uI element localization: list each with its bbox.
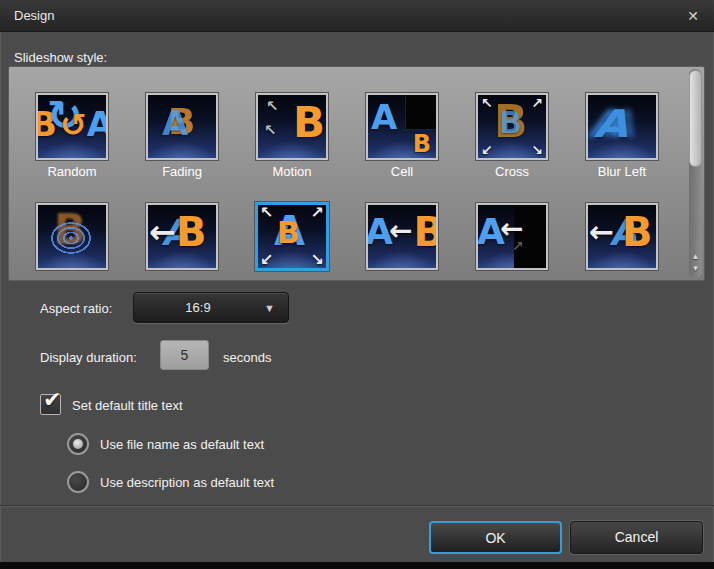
style-thumb-blur-left[interactable]: A — [586, 93, 658, 160]
aspect-ratio-value: 16:9 — [134, 293, 262, 322]
wipe-left-style-image: A ← ↗ — [478, 205, 546, 268]
slideshow-style-panel: B ↻ ↺ A B A ↖ ↖ B A B — [8, 66, 705, 281]
style-label-cell: Cell — [347, 164, 457, 179]
close-icon[interactable]: ✕ — [682, 5, 704, 27]
style-thumb-selected-zoom[interactable]: ↖ ↗ ↙ ↘ A B — [255, 202, 329, 271]
style-thumb-row2-push-left[interactable]: A B ← — [146, 203, 218, 270]
style-label-random: Random — [17, 164, 127, 179]
style-thumb-row2-ripple[interactable]: B — [36, 203, 108, 270]
display-duration-label: Display duration: — [40, 350, 137, 365]
style-thumb-fading[interactable]: B A — [146, 93, 218, 160]
scrollbar-thumb[interactable] — [689, 70, 702, 167]
style-label-fading: Fading — [127, 164, 237, 179]
style-label-cross: Cross — [457, 164, 567, 179]
style-thumb-row2-move-left[interactable]: A B ← — [586, 203, 658, 270]
set-default-title-checkbox[interactable]: ✔ — [40, 394, 61, 415]
style-thumb-motion[interactable]: ↖ ↖ B — [256, 93, 328, 160]
cell-black-block — [405, 95, 436, 130]
radio-use-description[interactable] — [67, 471, 89, 493]
ripple-effect — [48, 220, 94, 256]
footer-separator — [0, 505, 714, 506]
use-description-label: Use description as default text — [100, 475, 274, 490]
set-default-title-label: Set default title text — [72, 398, 183, 413]
chevron-down-icon: ▼ — [264, 302, 275, 314]
blur-left-style-image: A — [588, 95, 656, 158]
move-left-style-image: A B ← — [588, 205, 656, 268]
style-thumb-random[interactable]: B ↻ ↺ A — [36, 93, 108, 160]
random-style-image: B ↻ ↺ A — [38, 95, 106, 158]
styles-scrollbar[interactable]: ▲ ▼ — [689, 69, 702, 278]
use-file-name-label: Use file name as default text — [100, 437, 264, 452]
aspect-ratio-select[interactable]: 16:9 ▼ — [133, 292, 289, 323]
check-icon: ✔ — [43, 387, 61, 413]
style-label-motion: Motion — [237, 164, 347, 179]
scroll-up-icon[interactable]: ▲ — [689, 252, 702, 261]
cancel-button[interactable]: Cancel — [570, 521, 703, 554]
fading-style-image: B A — [148, 95, 216, 158]
duration-unit-label: seconds — [223, 350, 271, 365]
push-left-style-image: A B ← — [148, 205, 216, 268]
window-bottom-edge — [0, 562, 714, 569]
scroll-down-icon[interactable]: ▼ — [689, 264, 702, 273]
cell-style-image: A B — [368, 95, 436, 158]
style-label-blur-left: Blur Left — [567, 164, 677, 179]
style-thumb-row2-slide-left[interactable]: A ← B — [366, 203, 438, 270]
style-thumb-cross[interactable]: ↖ ↗ ↙ ↘ B B — [476, 93, 548, 160]
style-thumb-row2-wipe-left[interactable]: A ← ↗ — [476, 203, 548, 270]
dialog-title: Design — [14, 0, 54, 31]
cross-style-image: ↖ ↗ ↙ ↘ B B — [478, 95, 546, 158]
aspect-ratio-label: Aspect ratio: — [40, 301, 112, 316]
design-dialog: Design ✕ Slideshow style: B ↻ ↺ A B A ↖ … — [0, 0, 714, 569]
ripple-style-image: B — [38, 205, 106, 268]
radio-selected-dot — [73, 439, 83, 449]
motion-style-image: ↖ ↖ B — [258, 95, 326, 158]
duration-input[interactable] — [160, 340, 209, 370]
title-bar: Design ✕ — [0, 0, 714, 32]
radio-use-file-name[interactable] — [67, 433, 89, 455]
style-thumb-cell[interactable]: A B — [366, 93, 438, 160]
ok-button[interactable]: OK — [429, 521, 562, 554]
zoom-style-image: ↖ ↗ ↙ ↘ A B — [258, 205, 326, 268]
slideshow-style-label: Slideshow style: — [14, 50, 107, 65]
slide-left-style-image: A ← B — [368, 205, 436, 268]
